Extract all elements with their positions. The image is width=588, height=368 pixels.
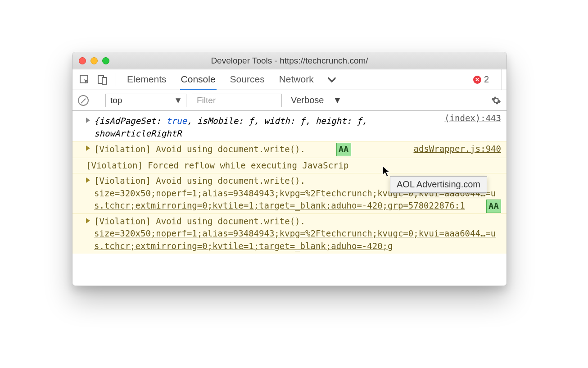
- thirdparty-badge[interactable]: AA: [336, 143, 351, 156]
- tab-network[interactable]: Network: [278, 69, 315, 90]
- chevron-down-icon: ▼: [333, 95, 342, 105]
- filter-input[interactable]: [192, 94, 282, 107]
- titlebar: Developer Tools - https://techcrunch.com…: [72, 52, 507, 69]
- thirdparty-badge[interactable]: AA: [486, 200, 501, 213]
- violation-message: [Violation] Avoid using document.write()…: [94, 144, 305, 154]
- separator: [97, 94, 97, 107]
- violation-message: [Violation] Avoid using document.write()…: [94, 216, 305, 226]
- separator: [116, 73, 116, 86]
- console-row: {isAdPageSet: true, isMobile: ƒ, width: …: [72, 114, 507, 141]
- error-counter[interactable]: ✕ 2: [473, 74, 494, 85]
- svg-rect-2: [102, 77, 107, 84]
- console-row: [Violation] Avoid using document.write()…: [72, 214, 507, 254]
- log-level-value: Verbose: [291, 95, 324, 105]
- violation-message: [Violation] Forced reflow while executin…: [86, 160, 348, 170]
- chevron-down-icon: ▼: [174, 95, 182, 105]
- log-level-selector[interactable]: Verbose ▼: [291, 95, 342, 105]
- expand-icon[interactable]: [86, 145, 90, 151]
- violation-message: [Violation] Avoid using document.write()…: [94, 176, 305, 186]
- window-title: Developer Tools - https://techcrunch.com…: [72, 56, 507, 66]
- tab-elements[interactable]: Elements: [126, 69, 167, 90]
- context-selector[interactable]: top ▼: [105, 94, 186, 107]
- badge-tooltip: AOL Advertising.com: [390, 176, 487, 193]
- svg-rect-0: [80, 75, 88, 83]
- tab-console[interactable]: Console: [180, 69, 217, 90]
- error-count: 2: [484, 74, 489, 85]
- panel-tabs: Elements Console Sources Network: [126, 69, 315, 90]
- expand-icon[interactable]: [86, 118, 90, 123]
- console-settings-icon[interactable]: [491, 95, 501, 105]
- error-icon: ✕: [473, 76, 481, 84]
- console-row: [Violation] Forced reflow while executin…: [72, 158, 507, 173]
- devtools-window: Developer Tools - https://techcrunch.com…: [72, 52, 507, 286]
- source-link[interactable]: size=320x50;noperf=1;alias=93484943;kvpg…: [94, 228, 496, 251]
- source-link[interactable]: adsWrapper.js:940: [414, 143, 501, 155]
- console-row: [Violation] Avoid using document.write()…: [72, 141, 507, 158]
- mouse-cursor-icon: [382, 166, 391, 177]
- inspect-element-icon[interactable]: [77, 73, 92, 86]
- context-value: top: [110, 95, 122, 105]
- clear-console-icon[interactable]: [78, 95, 89, 106]
- more-tabs-icon[interactable]: [327, 77, 336, 83]
- expand-icon[interactable]: [86, 177, 90, 183]
- expand-icon[interactable]: [86, 218, 90, 223]
- toolbar: Elements Console Sources Network ✕ 2: [72, 69, 507, 90]
- console-filter-bar: top ▼ Verbose ▼: [72, 90, 507, 111]
- separator: [502, 69, 502, 90]
- tab-sources[interactable]: Sources: [229, 69, 266, 90]
- console-output: (index):443 {isAdPageSet: true, isMobile…: [72, 111, 507, 286]
- object-preview[interactable]: {isAdPageSet: true, isMobile: ƒ, width: …: [94, 116, 367, 138]
- device-toolbar-icon[interactable]: [95, 73, 110, 86]
